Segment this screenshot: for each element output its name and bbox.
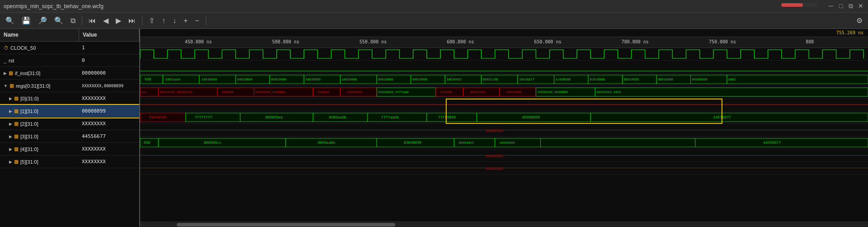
zoom-in-button[interactable]: 🔎	[36, 15, 49, 26]
name-column-header: Name	[0, 29, 79, 41]
save-button[interactable]: 💾	[20, 15, 33, 26]
move-up-button[interactable]: ↑	[160, 16, 167, 26]
svg-text:XXXXXXXX: XXXXXXXX	[486, 167, 504, 171]
waveform-area[interactable]: 000 3403aabb a4030004 94010004 84010004	[140, 48, 868, 222]
svg-text:44550000: 44550000	[500, 142, 515, 145]
svg-text:44556677: 44556677	[764, 141, 781, 145]
waveform-row-regs-0	[140, 99, 868, 111]
svg-text:34034455: 34034455	[446, 78, 462, 82]
delete-button[interactable]: −	[193, 16, 201, 26]
go-end-button[interactable]: ⏭	[127, 16, 137, 26]
settings-button[interactable]: ⚙	[854, 15, 864, 26]
waveform-regs-1: XXXXXXXX ffffffff 000000ee 0000aabb ffff…	[140, 111, 868, 123]
zoom-out-button[interactable]: 🔍	[52, 15, 65, 26]
bus-icon-regs-3: ▦	[14, 133, 19, 139]
value-column-header: Value	[79, 29, 139, 41]
signal-name-regs-0: ▶ ▦ [0](31:0)	[0, 95, 79, 101]
waveform-row-if-inst: 000 3403aabb a4030004 94010004 84010004	[140, 73, 868, 86]
bus-icon-regs: ▦	[9, 83, 14, 89]
restore-btn[interactable]: ⧉	[847, 2, 854, 10]
signal-row-regs-3[interactable]: ▶ ▦ [3][31:0] 44556677	[0, 130, 139, 143]
add-marker-button[interactable]: ⇧	[147, 15, 156, 26]
svg-text:XXXXXX: XXXXXX	[440, 91, 452, 95]
signal-name-regs-4: ▶ ▦ [4][31:0]	[0, 146, 79, 152]
time-label-500: 500.000 ns	[272, 39, 299, 44]
scrollbar-thumb[interactable]	[177, 223, 395, 227]
signal-value-regs-0: XXXXXXXX	[79, 95, 139, 101]
panel-header: Name Value	[0, 29, 139, 42]
expand-arrow-regs[interactable]: ▼	[4, 84, 8, 88]
svg-text:0000aabb: 0000aabb	[317, 141, 335, 145]
svg-rect-62	[595, 88, 868, 96]
waveform-regs-3: 000 000000cc 0000aabb 00008899 00004455	[140, 137, 868, 149]
signal-value-rst: 0	[79, 57, 139, 63]
signal-name-regs-2: ▶ ▦ [2][31:0]	[0, 121, 79, 127]
svg-text:34038899: 34038899	[305, 78, 321, 82]
svg-text:a4030004: a4030004	[202, 78, 217, 82]
svg-rect-85	[158, 138, 286, 147]
svg-text:XXXXXXXX: XXXXXXXX	[470, 91, 486, 95]
svg-text:XXXXXXXX: XXXXXXXX	[506, 91, 522, 95]
zoom-full-button[interactable]: 🔍	[4, 15, 16, 26]
expand-arrow-regs-5[interactable]: ▶	[9, 160, 12, 164]
add-signal-button[interactable]: +	[182, 16, 189, 26]
maximize-btn[interactable]: □	[837, 2, 844, 10]
signal-row-regs-4[interactable]: ▶ ▦ [4][31:0] XXXXXXXX	[0, 143, 139, 156]
signal-row-regs-2[interactable]: ▶ ▦ [2][31:0] XXXXXXXX	[0, 118, 139, 130]
signal-name-regs-5: ▶ ▦ [5][31:0]	[0, 159, 79, 165]
svg-text:XXXXXXXX,XXXXXXXX: XXXXXXXX,XXXXXXXX	[160, 91, 193, 95]
svg-text:XXXXXX: XXXXXX	[317, 91, 329, 95]
close-btn[interactable]: ✕	[857, 2, 864, 10]
signal-value-regs-4: XXXXXXXX	[79, 146, 139, 152]
signal-value-if-inst: 00000000	[79, 70, 139, 76]
svg-text:ffffaabb: ffffaabb	[381, 116, 399, 120]
svg-rect-36	[727, 75, 868, 84]
next-edge-button[interactable]: ▶	[114, 15, 123, 26]
expand-arrow-if-inst[interactable]: ▶	[4, 71, 7, 76]
go-start-button[interactable]: ⏮	[87, 16, 98, 26]
signal-row-clock50[interactable]: ⏱ CLOCK_50 1	[0, 42, 139, 54]
svg-text:94010004: 94010004	[237, 78, 252, 82]
minimize-btn[interactable]: ─	[827, 2, 835, 10]
signal-value-regs-1: 00008899	[79, 108, 139, 114]
waveform-panel[interactable]: 755.269 ns 450.000 ns 500.000 ns 550.000…	[140, 29, 868, 227]
signal-row-regs[interactable]: ▼ ▦ regs[0:31][31:0] XXXXXXXX,00008899	[0, 80, 139, 92]
horizontal-scrollbar[interactable]	[140, 222, 868, 227]
expand-arrow-regs-0[interactable]: ▶	[9, 96, 12, 101]
svg-text:XXXXXXXX,000000e: XXXXXXXX,000000e	[255, 91, 286, 95]
waveform-row-regs-2: XXXXXXXX	[140, 124, 868, 137]
svg-text:00031c00: 00031c00	[483, 78, 498, 82]
svg-text:000: 000	[145, 78, 151, 82]
expand-arrow-regs-2[interactable]: ▶	[9, 122, 12, 126]
svg-text:88010005: 88010005	[624, 78, 639, 82]
svg-text:xxx: xxx	[141, 91, 147, 95]
fit-button[interactable]: ⧉	[69, 16, 77, 26]
bus-icon-if-inst: ▦	[9, 70, 13, 76]
move-down-button[interactable]: ↓	[171, 16, 178, 26]
signal-value-regs: XXXXXXXX,00008899	[79, 84, 139, 88]
svg-text:94010006: 94010006	[412, 78, 428, 82]
clock-icon: ⏱	[4, 45, 9, 51]
signal-row-regs-5[interactable]: ▶ ▦ [5][31:0] XXXXXXXX	[0, 156, 139, 168]
expand-arrow-regs-3[interactable]: ▶	[9, 134, 12, 139]
expand-arrow-regs-4[interactable]: ▶	[9, 147, 12, 151]
expand-arrow-regs-1[interactable]: ▶	[9, 109, 12, 114]
prev-edge-button[interactable]: ◀	[101, 15, 110, 26]
signal-name-regs-3: ▶ ▦ [3][31:0]	[0, 133, 79, 139]
signal-row-regs-0[interactable]: ▶ ▦ [0](31:0) XXXXXXXX	[0, 92, 139, 105]
waveform-regs-2: XXXXXXXX	[140, 124, 868, 136]
svg-text:b801: b801	[728, 78, 736, 82]
bus-icon-regs-0: ▦	[14, 95, 19, 101]
bus-icon-regs-1: ▦	[14, 108, 19, 114]
signal-row-if-inst[interactable]: ▶ ▦ if_inst[31:0] 00000000	[0, 67, 139, 80]
signal-value-regs-2: XXXXXXXX	[79, 121, 139, 127]
bus-icon-regs-5: ▦	[14, 159, 19, 165]
progress-bar	[781, 3, 817, 7]
svg-text:000000cc: 000000cc	[204, 141, 222, 145]
signal-row-rst[interactable]: ⎯ rst 0	[0, 54, 139, 67]
waveform-if-inst: 000 3403aabb a4030004 94010004 84010004	[140, 73, 868, 85]
main-area: Name Value ⏱ CLOCK_50 1 ⎯ rst 0	[0, 29, 868, 227]
signal-row-regs-1[interactable]: ▶ ▦ [1][31:0] 00008899	[0, 105, 139, 118]
waveform-regs: xxx XXXXXXXX,XXXXXXXX XXXXXX XXXXXXXX,00…	[140, 86, 868, 98]
signal-value-regs-3: 44556677	[79, 133, 139, 139]
